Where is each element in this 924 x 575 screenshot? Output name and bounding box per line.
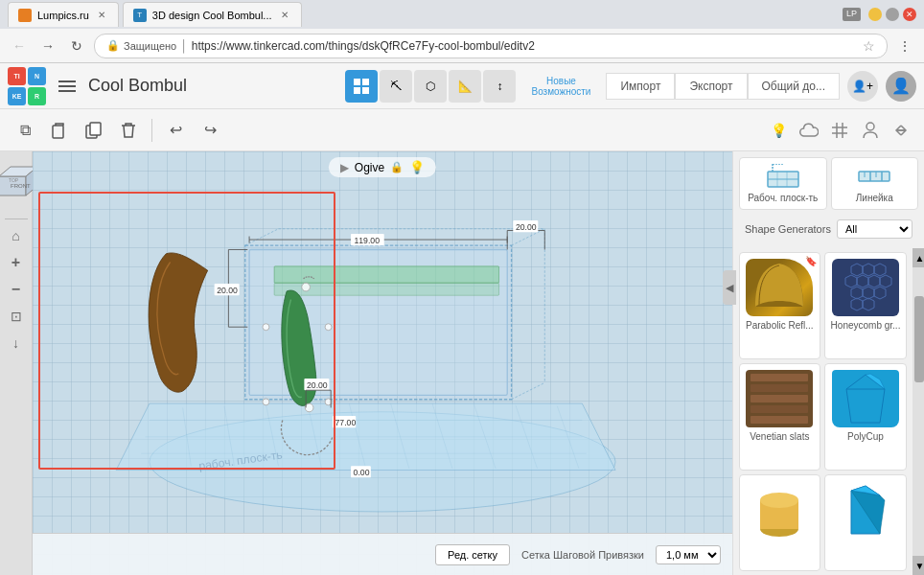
view-mode-measure[interactable]: 📐 bbox=[449, 70, 481, 103]
tab-favicon-lumpics bbox=[18, 9, 32, 22]
svg-text:0.00: 0.00 bbox=[354, 468, 370, 477]
view-mode-pick[interactable]: ⛏ bbox=[380, 70, 412, 103]
shape-card-yellow[interactable] bbox=[739, 474, 820, 571]
delete-button[interactable] bbox=[113, 115, 144, 146]
svg-point-35 bbox=[302, 283, 311, 291]
canvas-grid: ▶ Ogive 🔒 💡 bbox=[33, 151, 732, 575]
lock-icon: 🔒 bbox=[106, 39, 120, 52]
shape-thumb-venetian bbox=[746, 370, 813, 427]
url-text: https://www.tinkercad.com/things/dskQfRC… bbox=[192, 39, 859, 53]
zoom-in-button[interactable]: + bbox=[4, 250, 29, 275]
export-button[interactable]: Экспорт bbox=[675, 73, 747, 100]
toolbar-cloud-icon[interactable] bbox=[796, 117, 822, 144]
maximize-button[interactable] bbox=[886, 8, 899, 21]
scene-svg: 119.00 20.00 20.00 20.00 bbox=[33, 171, 732, 537]
toolbar-arrows-icon[interactable] bbox=[888, 117, 914, 144]
refresh-button[interactable]: ↻ bbox=[65, 34, 88, 58]
hamburger-line bbox=[58, 85, 76, 87]
main-content: FRONT TOP ⌂ + − ⊡ ↓ ▶ Ogive 🔒 bbox=[0, 151, 924, 575]
light-canvas-icon: 💡 bbox=[409, 160, 425, 174]
hamburger-line bbox=[58, 90, 76, 92]
canvas-area[interactable]: ▶ Ogive 🔒 💡 bbox=[33, 151, 732, 575]
svg-rect-1 bbox=[362, 79, 369, 85]
svg-rect-92 bbox=[751, 395, 808, 402]
shape-card-blue-sharp[interactable] bbox=[824, 474, 908, 571]
back-button[interactable]: ← bbox=[8, 34, 31, 58]
right-panel-scrollbar[interactable]: ▲ ▼ bbox=[912, 248, 924, 575]
fit-view-button[interactable]: ⊡ bbox=[4, 304, 29, 329]
shape-card-honeycomb[interactable]: Honeycomb gr... bbox=[824, 252, 908, 359]
tab-tinkercad[interactable]: T 3D design Cool Bombul... ✕ bbox=[123, 2, 302, 27]
new-features-line1: Новые bbox=[546, 76, 576, 86]
logo-cell-bl: KE bbox=[8, 87, 26, 105]
toolbar-grid-icon[interactable] bbox=[826, 117, 853, 144]
arrow-right-icon: ▶ bbox=[340, 161, 349, 174]
close-button[interactable]: ✕ bbox=[903, 8, 916, 21]
scroll-down-arrow[interactable]: ▼ bbox=[912, 556, 924, 575]
logo-cell-tr: N bbox=[28, 67, 46, 85]
scroll-up-arrow[interactable]: ▲ bbox=[912, 248, 924, 267]
scroll-thumb[interactable] bbox=[914, 296, 924, 382]
shape-thumb-parabolic bbox=[746, 259, 813, 316]
window-controls: LP ✕ bbox=[843, 8, 916, 21]
svg-rect-2 bbox=[354, 87, 360, 94]
copy-button[interactable]: ⧉ bbox=[10, 115, 40, 146]
workplane-button[interactable]: Рабоч. плоск-ть bbox=[739, 157, 827, 210]
shape-gen-select[interactable]: All Featured bbox=[837, 219, 912, 239]
svg-line-27 bbox=[245, 229, 279, 245]
home-view-button[interactable]: ⌂ bbox=[4, 223, 29, 248]
tab-close-lumpics[interactable]: ✕ bbox=[95, 9, 108, 22]
top-actions: Импорт Экспорт Общий до... bbox=[606, 73, 840, 100]
scroll-down-button[interactable]: ↓ bbox=[4, 331, 29, 356]
new-features: Новые Возможности bbox=[531, 76, 590, 97]
ruler-icon bbox=[857, 164, 891, 189]
shape-thumb-honeycomb bbox=[832, 259, 899, 316]
view-mode-transform[interactable]: ↕ bbox=[483, 70, 516, 103]
bottom-bar: Ред. сетку Сетка Шаговой Привязки 1,0 мм… bbox=[33, 533, 732, 575]
scroll-track bbox=[912, 267, 924, 556]
menu-button[interactable]: ⋮ bbox=[893, 34, 916, 58]
sidebar-divider bbox=[5, 218, 28, 219]
share-button[interactable]: Общий до... bbox=[748, 73, 841, 100]
svg-rect-94 bbox=[751, 416, 808, 424]
hamburger-button[interactable] bbox=[54, 73, 81, 100]
panel-collapse-arrow[interactable]: ◀ bbox=[723, 270, 736, 305]
toolbar-light-icon[interactable]: 💡 bbox=[765, 117, 792, 144]
svg-text:20.00: 20.00 bbox=[516, 222, 537, 232]
redo-button[interactable]: ↪ bbox=[195, 115, 225, 146]
edit-grid-button[interactable]: Ред. сетку bbox=[435, 544, 510, 565]
add-person-button[interactable]: 👤+ bbox=[847, 71, 878, 102]
svg-text:FRONT: FRONT bbox=[11, 183, 31, 189]
shape-card-parabolic[interactable]: 🔖 Parabolic Refl... bbox=[739, 252, 820, 359]
forward-button[interactable]: → bbox=[36, 34, 59, 58]
tab-lumpics[interactable]: Lumpics.ru ✕ bbox=[8, 2, 119, 27]
svg-rect-0 bbox=[354, 79, 360, 85]
shape-thumb-polycup bbox=[832, 370, 899, 427]
star-icon[interactable]: ☆ bbox=[863, 38, 875, 54]
minimize-button[interactable] bbox=[868, 8, 882, 21]
workplane-ruler-row: Рабоч. плоск-ть Линейка bbox=[739, 157, 918, 210]
workplane-label: Рабоч. плоск-ть bbox=[748, 193, 818, 203]
toolbar: ⧉ ↩ ↪ 💡 bbox=[0, 109, 924, 151]
tab-close-tinkercad[interactable]: ✕ bbox=[278, 9, 291, 22]
toolbar-person-icon[interactable] bbox=[857, 117, 884, 144]
svg-rect-4 bbox=[53, 126, 63, 138]
duplicate-button[interactable] bbox=[79, 115, 109, 146]
shape-gen-header: Shape Generators All Featured bbox=[739, 216, 918, 242]
object-name-label[interactable]: ▶ Ogive 🔒 💡 bbox=[329, 157, 436, 177]
zoom-out-button[interactable]: − bbox=[4, 277, 29, 302]
svg-rect-3 bbox=[362, 87, 369, 94]
grid-size-select[interactable]: 1,0 мм 0,5 мм 2,0 мм bbox=[656, 545, 721, 564]
shape-card-venetian[interactable]: Venetian slats bbox=[739, 363, 820, 471]
address-input[interactable]: 🔒 Защищено │ https://www.tinkercad.com/t… bbox=[94, 34, 888, 58]
svg-rect-90 bbox=[751, 374, 808, 381]
shape-card-polycup[interactable]: PolyCup bbox=[824, 363, 908, 471]
view-mode-grid[interactable] bbox=[345, 70, 378, 103]
import-button[interactable]: Импорт bbox=[606, 73, 675, 100]
ruler-button[interactable]: Линейка bbox=[831, 157, 919, 210]
shape-label-parabolic: Parabolic Refl... bbox=[746, 320, 814, 331]
undo-button[interactable]: ↩ bbox=[160, 115, 191, 146]
ruler-label: Линейка bbox=[856, 193, 893, 203]
paste-button[interactable] bbox=[44, 115, 75, 146]
view-mode-shape[interactable]: ⬡ bbox=[414, 70, 447, 103]
